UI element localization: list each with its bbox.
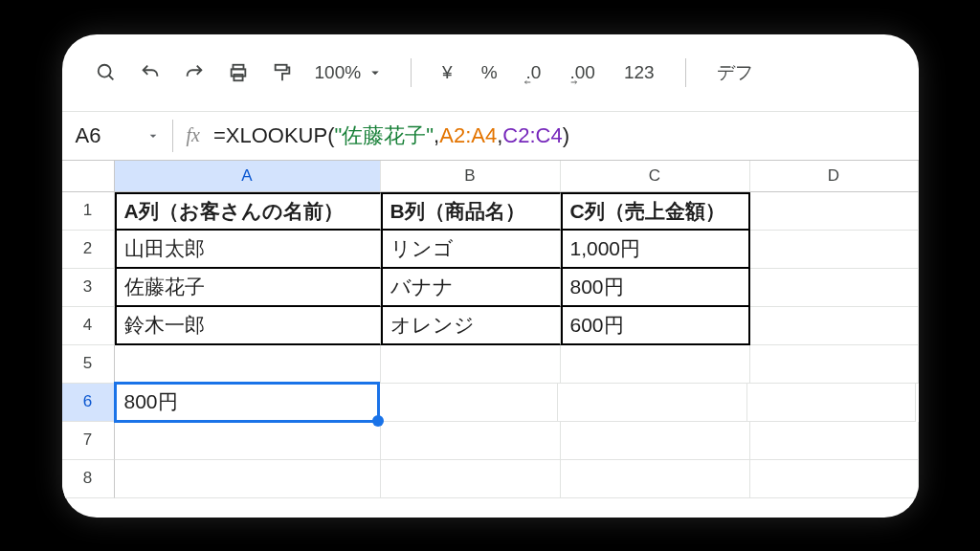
table-row: 鈴木一郎 オレンジ 600円 bbox=[115, 307, 919, 345]
column-header-row: A B C D bbox=[115, 161, 919, 192]
zoom-dropdown[interactable]: 100% bbox=[315, 62, 385, 83]
cell[interactable] bbox=[558, 384, 747, 422]
table-row bbox=[115, 422, 919, 460]
cell[interactable] bbox=[750, 231, 919, 269]
cell[interactable]: C列（売上金額） bbox=[561, 192, 750, 231]
name-box[interactable]: A6 bbox=[62, 123, 172, 148]
increase-decimal-button[interactable]: .00 bbox=[560, 62, 604, 83]
svg-rect-5 bbox=[275, 64, 286, 70]
formula-part: "佐藤花子" bbox=[334, 121, 434, 150]
name-box-value: A6 bbox=[76, 123, 101, 148]
cell[interactable] bbox=[381, 422, 561, 460]
cell[interactable]: A列（お客さんの名前） bbox=[115, 192, 381, 231]
cell[interactable] bbox=[115, 345, 381, 384]
row-header-column: 1 2 3 4 5 6 7 8 bbox=[62, 161, 115, 518]
column-header[interactable]: D bbox=[750, 161, 919, 192]
table-row: 佐藤花子 バナナ 800円 bbox=[115, 269, 919, 307]
cell[interactable] bbox=[378, 384, 558, 422]
cell[interactable] bbox=[750, 345, 919, 384]
cell[interactable] bbox=[561, 422, 750, 460]
cell[interactable]: 山田太郎 bbox=[115, 231, 381, 269]
cell[interactable] bbox=[750, 422, 919, 460]
row-header[interactable]: 6 bbox=[62, 384, 115, 422]
spreadsheet-window: 100% ¥ % .0 .00 123 デフ A6 fx =XLOOKUP( "… bbox=[62, 34, 919, 518]
arrow-left-icon bbox=[521, 77, 534, 87]
table-row: 800円 bbox=[115, 384, 919, 422]
table-row bbox=[115, 345, 919, 384]
redo-icon[interactable] bbox=[177, 55, 212, 90]
percent-format-button[interactable]: % bbox=[472, 62, 507, 83]
table-row bbox=[115, 460, 919, 498]
arrow-right-icon bbox=[568, 77, 581, 87]
paint-format-icon[interactable] bbox=[265, 55, 300, 90]
selection-handle[interactable] bbox=[372, 415, 384, 427]
font-dropdown[interactable]: デフ bbox=[707, 60, 763, 85]
zoom-value: 100% bbox=[315, 62, 362, 83]
cell[interactable] bbox=[750, 269, 919, 307]
column-header[interactable]: C bbox=[561, 161, 750, 192]
cell[interactable] bbox=[115, 422, 381, 460]
cell-selected[interactable]: 800円 bbox=[114, 382, 380, 423]
cell[interactable]: 800円 bbox=[561, 269, 750, 307]
cell[interactable] bbox=[750, 460, 919, 498]
row-header[interactable]: 2 bbox=[62, 231, 115, 269]
svg-line-1 bbox=[108, 75, 113, 79]
cell[interactable] bbox=[561, 460, 750, 498]
cell[interactable] bbox=[561, 345, 750, 384]
toolbar: 100% ¥ % .0 .00 123 デフ bbox=[62, 34, 919, 111]
formula-bar-row: A6 fx =XLOOKUP( "佐藤花子" , A2:A4 , C2:C4 ) bbox=[62, 111, 919, 161]
row-header[interactable]: 4 bbox=[62, 307, 115, 345]
row-header[interactable]: 7 bbox=[62, 422, 115, 460]
column-header[interactable]: B bbox=[381, 161, 561, 192]
cell[interactable] bbox=[747, 384, 916, 422]
cell[interactable]: バナナ bbox=[381, 269, 561, 307]
row-header[interactable]: 3 bbox=[62, 269, 115, 307]
row-header[interactable]: 8 bbox=[62, 460, 115, 498]
formula-part: =XLOOKUP( bbox=[213, 123, 335, 148]
cell[interactable]: 鈴木一郎 bbox=[115, 307, 381, 345]
spreadsheet-grid: 1 2 3 4 5 6 7 8 A B C D A列（お客さんの名前） B列（商… bbox=[62, 161, 919, 518]
formula-part: ) bbox=[563, 123, 569, 148]
row-header[interactable]: 5 bbox=[62, 345, 115, 384]
select-all-corner[interactable] bbox=[62, 161, 115, 192]
svg-point-0 bbox=[98, 64, 110, 77]
search-icon[interactable] bbox=[89, 55, 123, 90]
toolbar-divider bbox=[411, 58, 412, 87]
sheet-body: A B C D A列（お客さんの名前） B列（商品名） C列（売上金額） 山田太… bbox=[115, 161, 919, 518]
chevron-down-icon bbox=[367, 64, 384, 81]
cell[interactable]: 600円 bbox=[561, 307, 750, 345]
row-header[interactable]: 1 bbox=[62, 192, 115, 231]
formula-input[interactable]: =XLOOKUP( "佐藤花子" , A2:A4 , C2:C4 ) bbox=[213, 121, 569, 150]
cell[interactable]: B列（商品名） bbox=[381, 192, 561, 231]
toolbar-divider bbox=[685, 58, 686, 87]
cell[interactable]: オレンジ bbox=[381, 307, 561, 345]
column-header[interactable]: A bbox=[115, 161, 381, 192]
cell[interactable] bbox=[381, 460, 561, 498]
cell[interactable]: 佐藤花子 bbox=[115, 269, 381, 307]
cell[interactable] bbox=[115, 460, 381, 498]
table-row: 山田太郎 リンゴ 1,000円 bbox=[115, 231, 919, 269]
cell[interactable]: 1,000円 bbox=[561, 231, 750, 269]
formula-part: C2:C4 bbox=[502, 123, 562, 148]
cell[interactable] bbox=[381, 345, 561, 384]
table-row: A列（お客さんの名前） B列（商品名） C列（売上金額） bbox=[115, 192, 919, 231]
chevron-down-icon bbox=[145, 128, 161, 143]
currency-format-button[interactable]: ¥ bbox=[433, 62, 462, 83]
decrease-decimal-button[interactable]: .0 bbox=[517, 62, 551, 83]
number-format-button[interactable]: 123 bbox=[614, 62, 664, 83]
fx-icon: fx bbox=[173, 124, 213, 146]
cell[interactable]: リンゴ bbox=[381, 231, 561, 269]
cell[interactable] bbox=[750, 307, 919, 345]
cell[interactable] bbox=[750, 192, 919, 231]
formula-part: A2:A4 bbox=[439, 123, 497, 148]
undo-icon[interactable] bbox=[133, 55, 167, 90]
print-icon[interactable] bbox=[221, 55, 256, 90]
